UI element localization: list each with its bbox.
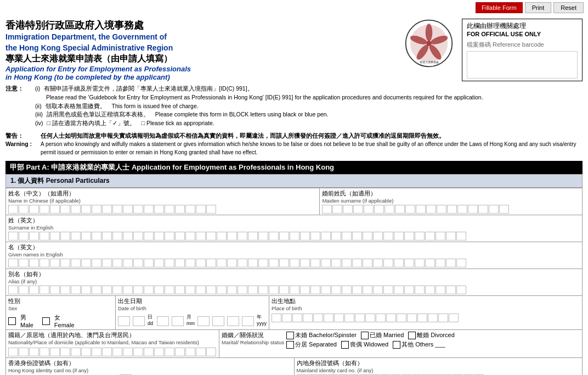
char-box[interactable] [269, 259, 279, 267]
char-box[interactable] [50, 205, 60, 214]
char-box[interactable] [102, 286, 112, 294]
char-box[interactable] [112, 286, 122, 294]
bachelor-checkbox[interactable] [286, 332, 294, 339]
mm-box1[interactable] [157, 316, 169, 326]
char-box[interactable] [394, 259, 404, 267]
others-checkbox[interactable] [393, 341, 400, 349]
char-box[interactable] [144, 259, 154, 267]
char-box[interactable] [404, 286, 414, 294]
char-box[interactable] [102, 259, 112, 267]
char-box[interactable] [133, 286, 143, 294]
char-box[interactable] [415, 232, 425, 240]
nationality-input[interactable] [8, 348, 217, 356]
char-box[interactable] [19, 348, 29, 356]
char-box[interactable] [457, 205, 467, 214]
char-box[interactable] [290, 286, 299, 294]
char-box[interactable] [342, 232, 352, 240]
char-box[interactable] [321, 259, 331, 267]
char-box[interactable] [248, 232, 258, 240]
char-box[interactable] [8, 286, 18, 294]
char-box[interactable] [92, 286, 101, 294]
char-box[interactable] [102, 348, 112, 356]
char-box[interactable] [39, 348, 49, 356]
char-box[interactable] [206, 232, 216, 240]
char-box[interactable] [292, 314, 302, 322]
char-box[interactable] [175, 348, 185, 356]
char-box[interactable] [185, 348, 195, 356]
married-checkbox[interactable] [361, 332, 369, 339]
char-box[interactable] [39, 286, 49, 294]
char-box[interactable] [446, 286, 456, 294]
char-box[interactable] [404, 259, 414, 267]
char-box[interactable] [331, 232, 341, 240]
char-box[interactable] [310, 259, 320, 267]
char-box[interactable] [478, 205, 488, 214]
char-box[interactable] [175, 286, 185, 294]
dd-box2[interactable] [133, 316, 145, 326]
char-box[interactable] [92, 348, 101, 356]
char-box[interactable] [102, 205, 112, 214]
char-box[interactable] [154, 286, 164, 294]
char-box[interactable] [321, 232, 331, 240]
name-zh-input[interactable] [8, 205, 317, 214]
char-box[interactable] [394, 232, 404, 240]
char-box[interactable] [269, 232, 279, 240]
char-box[interactable] [300, 286, 310, 294]
char-box[interactable] [71, 232, 81, 240]
char-box[interactable] [60, 286, 70, 294]
char-box[interactable] [71, 348, 81, 356]
char-box[interactable] [300, 232, 310, 240]
char-box[interactable] [196, 259, 206, 267]
char-box[interactable] [217, 286, 227, 294]
char-box[interactable] [102, 232, 112, 240]
print-button[interactable]: Print [525, 2, 552, 13]
char-box[interactable] [417, 314, 427, 322]
surname-input[interactable] [8, 232, 580, 240]
char-box[interactable] [39, 205, 49, 214]
char-box[interactable] [123, 205, 133, 214]
char-box[interactable] [165, 259, 174, 267]
char-box[interactable] [8, 348, 18, 356]
char-box[interactable] [133, 259, 143, 267]
char-box[interactable] [227, 259, 237, 267]
char-box[interactable] [165, 348, 174, 356]
char-box[interactable] [8, 205, 18, 214]
char-box[interactable] [436, 232, 445, 240]
char-box[interactable] [310, 232, 320, 240]
char-box[interactable] [397, 314, 406, 322]
char-box[interactable] [8, 232, 18, 240]
char-box[interactable] [248, 286, 258, 294]
char-box[interactable] [71, 205, 81, 214]
male-checkbox[interactable] [8, 317, 16, 325]
char-box[interactable] [112, 205, 122, 214]
maiden-input[interactable] [322, 205, 580, 214]
char-box[interactable] [290, 259, 299, 267]
char-box[interactable] [343, 205, 353, 214]
char-box[interactable] [81, 205, 91, 214]
char-box[interactable] [112, 259, 122, 267]
char-box[interactable] [81, 348, 91, 356]
char-box[interactable] [355, 314, 365, 322]
char-box[interactable] [144, 205, 154, 214]
char-box[interactable] [331, 286, 341, 294]
char-box[interactable] [29, 232, 39, 240]
char-box[interactable] [60, 232, 70, 240]
char-box[interactable] [415, 286, 425, 294]
char-box[interactable] [196, 232, 206, 240]
char-box[interactable] [365, 314, 375, 322]
char-box[interactable] [50, 286, 60, 294]
char-box[interactable] [352, 259, 362, 267]
char-box[interactable] [165, 232, 174, 240]
char-box[interactable] [50, 259, 60, 267]
char-box[interactable] [489, 205, 499, 214]
char-box[interactable] [324, 314, 333, 322]
yyyy-box4[interactable] [242, 316, 254, 326]
char-box[interactable] [383, 259, 393, 267]
char-box[interactable] [416, 205, 426, 214]
char-box[interactable] [404, 232, 414, 240]
char-box[interactable] [238, 259, 247, 267]
char-box[interactable] [133, 232, 143, 240]
char-box[interactable] [29, 205, 39, 214]
char-box[interactable] [19, 232, 29, 240]
char-box[interactable] [227, 232, 237, 240]
